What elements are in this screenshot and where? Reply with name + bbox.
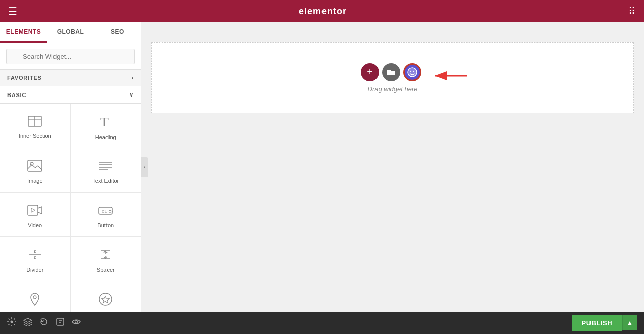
widget-spacer[interactable]: Spacer: [71, 237, 141, 281]
svg-rect-4: [28, 160, 42, 171]
basic-section-header[interactable]: BASIC ∨: [0, 86, 141, 104]
svg-point-27: [99, 293, 112, 305]
publish-group: PUBLISH ▲: [572, 315, 637, 331]
widget-text-editor[interactable]: Text Editor: [71, 148, 141, 193]
drag-hint: Drag widget here: [368, 85, 418, 93]
svg-text:T: T: [100, 115, 109, 128]
widget-button-label: Button: [97, 222, 114, 228]
basic-label: BASIC: [7, 92, 26, 98]
widget-inner-section-label: Inner Section: [19, 133, 51, 139]
canvas-page: +: [151, 42, 634, 113]
favorites-label: FAVORITES: [7, 75, 42, 81]
heading-icon: T: [98, 114, 113, 130]
svg-point-34: [11, 321, 13, 323]
widget-button[interactable]: CLICK Button: [71, 193, 141, 237]
tab-seo[interactable]: SEO: [94, 22, 141, 43]
settings-icon[interactable]: [7, 317, 16, 328]
divider-icon: [27, 249, 42, 263]
favorites-section-header[interactable]: FAVORITES ›: [0, 70, 141, 86]
search-input[interactable]: [6, 49, 135, 64]
google-maps-icon: [29, 292, 41, 308]
widget-grid: Inner Section T Heading: [0, 104, 141, 312]
widget-spacer-label: Spacer: [97, 267, 115, 273]
preview-icon[interactable]: [72, 318, 81, 327]
template-button[interactable]: [382, 63, 400, 81]
widget-video[interactable]: Video: [0, 193, 71, 237]
widget-image-label: Image: [27, 178, 43, 184]
svg-point-36: [75, 321, 78, 323]
grid-icon[interactable]: ⠿: [628, 5, 636, 17]
tab-global[interactable]: GLOBAL: [47, 22, 94, 43]
widget-image[interactable]: Image: [0, 148, 71, 193]
widget-button-highlighted[interactable]: [403, 63, 421, 81]
widget-divider-label: Divider: [26, 267, 43, 273]
widget-inner-section[interactable]: Inner Section: [0, 104, 71, 148]
widget-divider[interactable]: Divider: [0, 237, 71, 281]
button-icon: CLICK: [98, 204, 113, 218]
svg-marker-11: [31, 208, 35, 212]
app-title: elementor: [299, 6, 347, 17]
text-editor-icon: [98, 160, 113, 174]
widget-google-maps[interactable]: Google Maps: [0, 281, 71, 312]
arrow-annotation: [430, 68, 470, 83]
search-wrapper: [6, 49, 135, 64]
top-bar: ☰ elementor ⠿: [0, 0, 644, 22]
svg-point-26: [33, 296, 36, 299]
widget-video-label: Video: [28, 222, 42, 228]
bottom-bar: PUBLISH ▲: [0, 312, 644, 334]
svg-rect-35: [57, 318, 64, 325]
add-section-button[interactable]: +: [361, 63, 379, 81]
notes-icon[interactable]: [56, 317, 65, 328]
spacer-icon: [98, 249, 113, 263]
sidebar-wrapper: ELEMENTS GLOBAL SEO FAVORITES › BASIC ∨: [0, 22, 141, 312]
widget-icon[interactable]: Icon: [71, 281, 141, 312]
favorites-chevron-icon: ›: [132, 75, 134, 81]
basic-chevron-icon: ∨: [129, 91, 134, 98]
publish-dropdown-button[interactable]: ▲: [622, 315, 637, 330]
video-icon: [27, 204, 42, 218]
inner-section-icon: [28, 116, 42, 129]
image-icon: [27, 160, 42, 174]
svg-text:CLICK: CLICK: [102, 209, 113, 214]
bottom-left-icons: [7, 317, 81, 328]
tabs-bar: ELEMENTS GLOBAL SEO: [0, 22, 141, 43]
search-container: [0, 43, 141, 70]
svg-point-31: [413, 70, 414, 71]
widget-grid-container: Inner Section T Heading: [0, 104, 141, 312]
icon-widget-icon: [98, 292, 113, 308]
control-buttons: +: [361, 63, 424, 81]
canvas-area: +: [141, 22, 644, 312]
svg-rect-10: [28, 205, 38, 215]
widget-heading-label: Heading: [95, 134, 116, 140]
history-icon[interactable]: [39, 317, 48, 328]
layers-icon[interactable]: [23, 318, 32, 328]
widget-text-editor-label: Text Editor: [92, 178, 119, 184]
svg-point-30: [410, 70, 411, 71]
hamburger-icon[interactable]: ☰: [8, 5, 17, 17]
sidebar-collapse-handle[interactable]: ‹: [141, 157, 148, 177]
main-layout: ELEMENTS GLOBAL SEO FAVORITES › BASIC ∨: [0, 22, 644, 312]
tab-elements[interactable]: ELEMENTS: [0, 22, 47, 43]
drop-zone-controls: +: [361, 63, 424, 93]
sidebar: ELEMENTS GLOBAL SEO FAVORITES › BASIC ∨: [0, 22, 141, 312]
widget-heading[interactable]: T Heading: [71, 104, 141, 148]
publish-button[interactable]: PUBLISH: [572, 315, 623, 331]
